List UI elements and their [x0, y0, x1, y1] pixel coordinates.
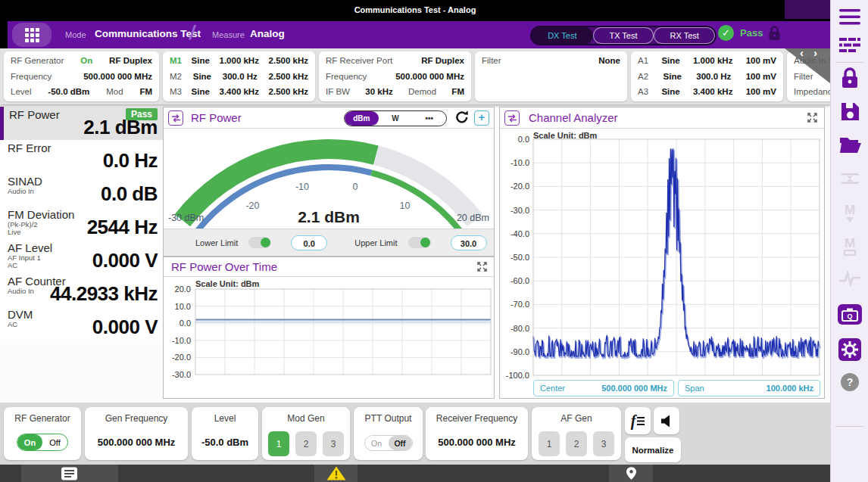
- refresh-icon[interactable]: [454, 110, 470, 125]
- tab-tx-test[interactable]: TX Test: [593, 27, 654, 44]
- measurement-sublabel: Live: [8, 229, 20, 236]
- warning-icon: [326, 466, 346, 480]
- bottom-card-af-gen-button-3[interactable]: 3: [593, 431, 614, 456]
- center-value: 500.000 000 MHz: [601, 384, 667, 393]
- breadcrumb-slash: /: [189, 22, 195, 44]
- measurement-save-icon[interactable]: M: [831, 203, 868, 224]
- time-panel-title: RF Power Over Time: [171, 260, 277, 273]
- app-grid-button[interactable]: [12, 23, 52, 47]
- measurement-item-af-counter[interactable]: AF CounterAudio In44.2933 kHz: [0, 273, 163, 306]
- settings-card-3[interactable]: RF Receiver PortRF DuplexFrequency500.00…: [319, 51, 471, 101]
- swap-panel-button[interactable]: [168, 110, 183, 126]
- settings-gear-icon[interactable]: [831, 338, 868, 361]
- center-frequency-field[interactable]: Center 500.000 000 MHz: [533, 380, 674, 396]
- bottom-card-mod-gen-button-2[interactable]: 2: [295, 431, 317, 456]
- settings-cell: A1: [638, 56, 648, 65]
- save-icon[interactable]: [831, 101, 868, 122]
- lock-screen-icon[interactable]: [831, 67, 868, 89]
- app-root: Communications Test - Analog Mode Commun…: [0, 0, 868, 482]
- svg-text:10.0: 10.0: [175, 302, 191, 311]
- header-bar: Mode Communications Test / Measure Analo…: [0, 21, 830, 48]
- speaker-button[interactable]: [654, 407, 679, 434]
- measurement-label: SINAD: [8, 175, 42, 188]
- upper-limit-label: Upper Limit: [354, 238, 397, 247]
- screenshot-icon[interactable]: Q: [831, 304, 868, 325]
- svg-text:-10: -10: [295, 182, 309, 192]
- bottom-card-mod-gen[interactable]: Mod Gen123: [262, 407, 350, 460]
- lower-limit-field[interactable]: 0.0: [291, 235, 327, 250]
- log-icon: [61, 467, 79, 480]
- swap-panel-button[interactable]: [504, 110, 520, 126]
- sidebar-divider: [835, 426, 864, 427]
- settings-card-5[interactable]: A1Sine1.000 kHz100 mVA2Sine300.0 Hz100 m…: [631, 51, 783, 101]
- location-segment[interactable]: [609, 465, 653, 482]
- menu-icon[interactable]: [831, 9, 868, 25]
- tab-dx-test[interactable]: DX Test: [532, 27, 593, 44]
- lower-limit-toggle[interactable]: [248, 237, 271, 248]
- measurement-item-af-level[interactable]: AF LevelAF Input 1AC0.000 V: [0, 240, 163, 273]
- speaker-icon: [660, 415, 673, 428]
- status-indicator: ✓ Pass: [718, 25, 763, 41]
- add-measurement-button[interactable]: +: [474, 110, 489, 126]
- settings-cell: Sine: [663, 72, 682, 81]
- settings-cell: 3.400 kHz: [693, 87, 732, 96]
- unit-option-W[interactable]: W: [379, 114, 413, 123]
- measurement-item-fm-deviation[interactable]: FM Deviation(Pk-Pk)/2Live2544 Hz: [0, 207, 163, 240]
- measurement-load-icon[interactable]: M: [831, 236, 868, 257]
- unit-option-•••[interactable]: •••: [412, 114, 446, 123]
- open-file-icon[interactable]: [831, 136, 868, 154]
- settings-cell: 2.500 kHz: [269, 87, 308, 96]
- tab-rx-test[interactable]: RX Test: [654, 27, 715, 44]
- bottom-card-af-gen[interactable]: AF Gen123: [532, 407, 621, 460]
- settings-cell: 1.000 kHz: [693, 56, 732, 65]
- bottom-card-level[interactable]: Level-50.0 dBm: [192, 407, 258, 460]
- lock-icon[interactable]: [768, 25, 781, 42]
- mode-value[interactable]: Communications Test: [95, 28, 201, 39]
- trace-icon[interactable]: [831, 271, 868, 286]
- bottom-card-rf-generator-on[interactable]: On: [17, 434, 42, 450]
- bottom-card-gen-frequency[interactable]: Gen Frequency500.000 000 MHz: [85, 407, 188, 460]
- bottom-card-af-gen-button-2[interactable]: 2: [566, 431, 587, 456]
- upper-limit-field[interactable]: 30.0: [451, 235, 487, 250]
- bottom-card-ptt-output-toggle[interactable]: OnOff: [364, 435, 413, 451]
- span-field[interactable]: Span 100.000 kHz: [678, 380, 820, 396]
- measurement-item-rf-power[interactable]: RF PowerPass2.1 dBm: [0, 107, 163, 140]
- normalize-button[interactable]: Normalize: [625, 437, 681, 462]
- bottom-card-ptt-output-on[interactable]: On: [365, 436, 389, 450]
- bottom-card-receiver-frequency[interactable]: Receiver Frequency500.000 000 MHz: [426, 407, 528, 460]
- settings-card-2[interactable]: M1Sine1.000 kHz2.500 kHzM2Sine300.0 Hz2.…: [163, 51, 315, 101]
- bottom-card-ptt-output-off[interactable]: Off: [389, 436, 412, 450]
- measurement-item-dvm[interactable]: DVMAC0.000 V: [0, 306, 163, 340]
- bottom-card-mod-gen-button-1[interactable]: 1: [268, 431, 289, 456]
- bottom-card-mod-gen-button-3[interactable]: 3: [323, 431, 344, 456]
- bottom-card-af-gen-button-1[interactable]: 1: [539, 431, 560, 456]
- unit-toggle: dBmW•••: [344, 110, 447, 126]
- help-icon[interactable]: ?: [831, 373, 868, 391]
- svg-text:Q: Q: [847, 313, 852, 320]
- log-segment[interactable]: [21, 465, 118, 482]
- measurement-item-rf-error[interactable]: RF Error0.0 Hz: [0, 140, 163, 173]
- layout-grid-icon[interactable]: [831, 38, 868, 52]
- warning-segment[interactable]: [314, 465, 358, 482]
- top-titlebar: Communications Test - Analog: [0, 0, 830, 21]
- hold-icon[interactable]: [831, 171, 868, 186]
- unit-option-dBm[interactable]: dBm: [345, 111, 379, 126]
- bottom-card-ptt-output[interactable]: PTT OutputOnOff: [354, 407, 423, 460]
- settings-cell: M2: [170, 72, 182, 81]
- bottom-card-rf-generator-toggle[interactable]: OnOff: [17, 434, 68, 451]
- expand-icon[interactable]: [477, 262, 487, 272]
- settings-cell: Demod: [408, 87, 436, 96]
- settings-cell: 500.000 000 MHz: [395, 72, 464, 81]
- expand-icon[interactable]: [807, 113, 817, 123]
- frequency-list-button[interactable]: f: [625, 407, 651, 434]
- settings-cell: Sine: [192, 87, 210, 96]
- settings-card-1[interactable]: RF GeneratorOnRF DuplexFrequency500.000 …: [4, 51, 159, 101]
- settings-cell: Frequency: [11, 72, 52, 81]
- bottom-card-rf-generator[interactable]: RF GeneratorOnOff: [4, 407, 81, 460]
- status-badge: Pass: [740, 27, 763, 39]
- measure-value[interactable]: Analog: [250, 28, 285, 39]
- measurement-item-sinad[interactable]: SINADAudio In0.0 dB: [0, 173, 163, 207]
- bottom-card-rf-generator-off[interactable]: Off: [42, 434, 67, 450]
- settings-card-4[interactable]: FilterNone: [475, 51, 627, 101]
- upper-limit-toggle[interactable]: [408, 237, 431, 248]
